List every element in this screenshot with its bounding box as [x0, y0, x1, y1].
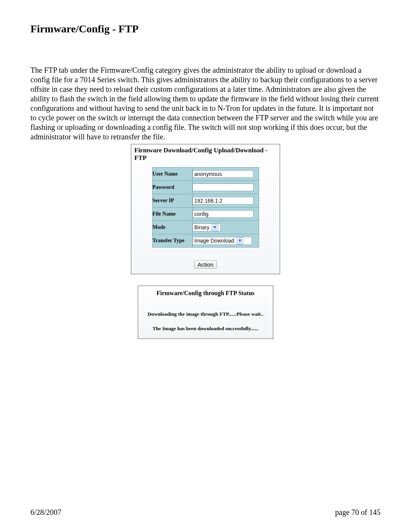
status-line-2: The Image has been downloaded successful… — [140, 326, 271, 332]
label-password: Password — [152, 181, 192, 194]
form-table: User Name Password Server IP File Name — [152, 167, 259, 248]
page-footer: 6/28/2007 page 70 of 145 — [30, 508, 381, 517]
transfer-dropdown[interactable]: Image Download — [193, 237, 252, 245]
label-filename: File Name — [152, 208, 192, 221]
serverip-input[interactable] — [193, 197, 253, 204]
username-input[interactable] — [193, 170, 253, 178]
chevron-down-icon — [211, 224, 218, 231]
label-username: User Name — [152, 168, 192, 181]
mode-value: Binary — [193, 224, 211, 230]
footer-page: page 70 of 145 — [335, 508, 381, 517]
footer-date: 6/28/2007 — [30, 508, 61, 517]
label-mode: Mode — [152, 221, 192, 234]
filename-input[interactable] — [193, 210, 253, 218]
transfer-value: Image Download — [193, 238, 236, 244]
body-paragraph: The FTP tab under the Firmware/Config ca… — [30, 66, 381, 142]
ftp-form-panel: Firmware Download/Config Upload/Download… — [131, 144, 280, 274]
action-button[interactable]: Action — [194, 260, 217, 268]
status-title: Firmware/Config through FTP Status — [140, 290, 271, 297]
label-transfer: Transfer Type — [152, 234, 192, 248]
label-serverip: Server IP — [152, 194, 192, 208]
password-input[interactable] — [193, 184, 253, 191]
status-panel: Firmware/Config through FTP Status Downl… — [138, 286, 273, 339]
page-title: Firmware/Config - FTP — [30, 23, 381, 35]
panel-title: Firmware Download/Config Upload/Download… — [134, 146, 277, 167]
mode-dropdown[interactable]: Binary — [193, 224, 221, 232]
chevron-down-icon — [236, 237, 244, 244]
status-line-1: Downloading the image through FTP......P… — [140, 311, 271, 317]
